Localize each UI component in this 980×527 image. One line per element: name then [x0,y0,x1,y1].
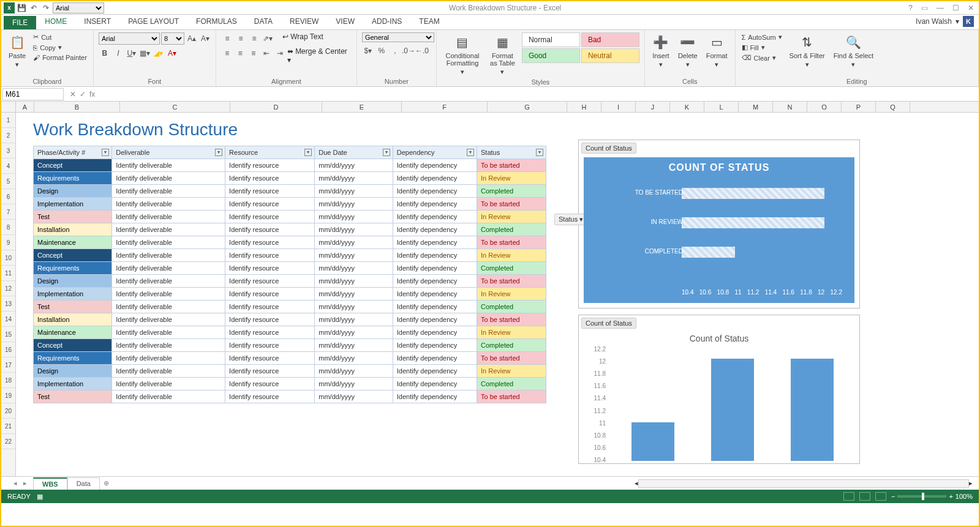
row-header[interactable]: 9 [1,235,15,250]
zoom-level[interactable]: 100% [956,493,973,500]
filter-dropdown-icon[interactable]: ▾ [383,149,390,156]
row-header[interactable]: 20 [1,403,15,419]
row-header[interactable]: 1 [1,113,15,128]
tab-team[interactable]: TEAM [410,15,448,29]
table-row[interactable]: DesignIdentify deliverableIdentify resou… [34,365,546,378]
orientation-icon[interactable]: ⇗▾ [262,32,274,45]
table-row[interactable]: MaintenanceIdentify deliverableIdentify … [34,326,546,339]
col-header[interactable]: P [842,102,876,112]
row-header[interactable]: 5 [1,174,15,189]
name-box[interactable] [2,88,64,100]
tab-data[interactable]: DATA [246,15,281,29]
col-header[interactable]: L [704,102,739,112]
underline-button[interactable]: U▾ [126,47,138,59]
clear-button[interactable]: ⌫ Clear ▾ [741,53,783,62]
tab-file[interactable]: FILE [4,16,36,29]
table-header[interactable]: Dependency▾ [393,146,477,159]
currency-icon[interactable]: $▾ [362,45,374,57]
row-header[interactable]: 14 [1,312,15,327]
status-slicer[interactable]: Status ▾ [554,214,587,225]
col-header[interactable]: N [773,102,807,112]
row-header[interactable]: 11 [1,266,15,281]
table-row[interactable]: RequirementsIdentify deliverableIdentify… [34,352,546,365]
table-row[interactable]: TestIdentify deliverableIdentify resourc… [34,301,546,313]
row-header[interactable]: 3 [1,143,15,159]
enter-formula-icon[interactable]: ✓ [80,90,86,99]
cut-button[interactable]: ✂ Cut [32,32,88,42]
col-header[interactable]: E [322,102,402,112]
redo-icon[interactable]: ↷ [40,2,51,13]
sheet-tab-wbs[interactable]: WBS [33,477,67,490]
merge-center-button[interactable]: ⬌ Merge & Center ▾ [287,47,352,64]
minimize-icon[interactable]: — [934,4,946,12]
table-row[interactable]: InstallationIdentify deliverableIdentify… [34,223,546,236]
row-header[interactable]: 7 [1,204,15,220]
table-row[interactable]: ImplementationIdentify deliverableIdenti… [34,198,546,211]
row-header[interactable]: 2 [1,128,15,143]
zoom-out-icon[interactable]: − [891,493,895,500]
tab-formulas[interactable]: FORMULAS [187,15,246,29]
increase-indent-icon[interactable]: ⇥ [274,47,286,59]
table-row[interactable]: ConceptIdentify deliverableIdentify reso… [34,249,546,262]
decrease-indent-icon[interactable]: ⇤ [261,47,273,59]
row-header[interactable]: 12 [1,281,15,296]
col-header[interactable]: I [601,102,636,112]
col-header[interactable]: M [739,102,773,112]
macro-record-icon[interactable]: ▦ [37,493,43,501]
add-sheet-button[interactable]: ⊕ [100,479,113,487]
table-header[interactable]: Resource▾ [225,146,315,159]
tab-page-layout[interactable]: PAGE LAYOUT [119,15,187,29]
autosum-button[interactable]: Σ AutoSum ▾ [741,32,783,42]
table-row[interactable]: ConceptIdentify deliverableIdentify reso… [34,339,546,352]
number-format-select[interactable]: General [362,32,434,42]
style-bad[interactable]: Bad [581,32,639,47]
table-row[interactable]: ImplementationIdentify deliverableIdenti… [34,378,546,391]
comma-icon[interactable]: , [389,45,401,57]
tab-insert[interactable]: INSERT [75,15,119,29]
view-normal-icon[interactable] [843,492,854,501]
help-icon[interactable]: ? [906,4,915,12]
shrink-font-icon[interactable]: A▾ [199,32,211,45]
horizontal-scroll[interactable]: ◂▸ [113,479,979,488]
table-header[interactable]: Phase/Activity #▾ [34,146,112,159]
zoom-slider[interactable] [897,495,946,498]
chart-count-of-status-hbar[interactable]: Count of Status Status ▾ COUNT OF STATUS… [578,140,860,308]
ribbon-options-icon[interactable]: ▭ [919,4,930,12]
format-cells-button[interactable]: ▭Format ▾ [704,32,730,70]
table-row[interactable]: DesignIdentify deliverableIdentify resou… [34,275,546,288]
style-good[interactable]: Good [522,48,580,63]
col-header[interactable]: B [34,102,120,112]
qat-font-select[interactable]: Arial [53,2,104,13]
row-header[interactable]: 17 [1,357,15,373]
wrap-text-button[interactable]: ↩ Wrap Text [282,32,323,45]
table-row[interactable]: DesignIdentify deliverableIdentify resou… [34,185,546,198]
decrease-decimal-icon[interactable]: ←.0 [416,45,428,57]
fill-color-button[interactable]: ◢▾ [153,47,165,59]
table-header[interactable]: Status▾ [477,146,546,159]
sheet-canvas[interactable]: Work Breakdown Structure Phase/Activity … [16,113,979,476]
tab-review[interactable]: REVIEW [281,15,327,29]
table-row[interactable]: ConceptIdentify deliverableIdentify reso… [34,159,546,172]
tab-home[interactable]: HOME [36,15,75,29]
format-painter-button[interactable]: 🖌 Format Painter [32,53,88,62]
row-header[interactable]: 6 [1,189,15,204]
sort-filter-button[interactable]: ⇅Sort & Filter ▾ [787,32,827,70]
font-color-button[interactable]: A▾ [166,47,178,59]
insert-cells-button[interactable]: ➕Insert ▾ [650,32,672,70]
col-header[interactable]: C [120,102,230,112]
row-header[interactable]: 19 [1,388,15,403]
fill-button[interactable]: ◧ Fill ▾ [741,43,783,52]
table-header[interactable]: Due Date▾ [315,146,393,159]
row-header[interactable]: 4 [1,159,15,174]
col-header[interactable]: H [567,102,601,112]
view-page-layout-icon[interactable] [859,492,870,501]
style-neutral[interactable]: Neutral [581,48,639,63]
row-header[interactable]: 21 [1,419,15,434]
table-row[interactable]: RequirementsIdentify deliverableIdentify… [34,262,546,275]
col-header[interactable]: D [230,102,322,112]
border-button[interactable]: ▦▾ [139,47,151,59]
italic-button[interactable]: I [112,47,124,59]
formula-input[interactable] [100,88,979,100]
row-header[interactable]: 13 [1,296,15,312]
view-page-break-icon[interactable] [875,492,886,501]
